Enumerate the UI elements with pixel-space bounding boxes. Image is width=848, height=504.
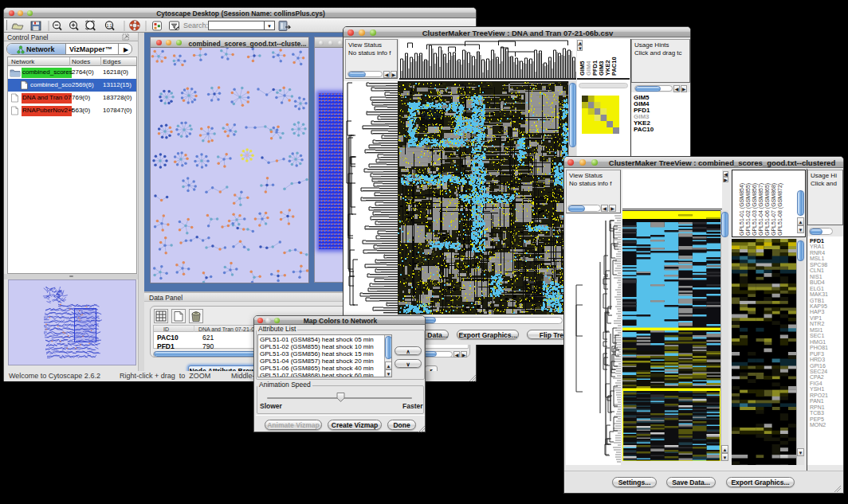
svg-text:1:1: 1:1 [107, 23, 112, 28]
